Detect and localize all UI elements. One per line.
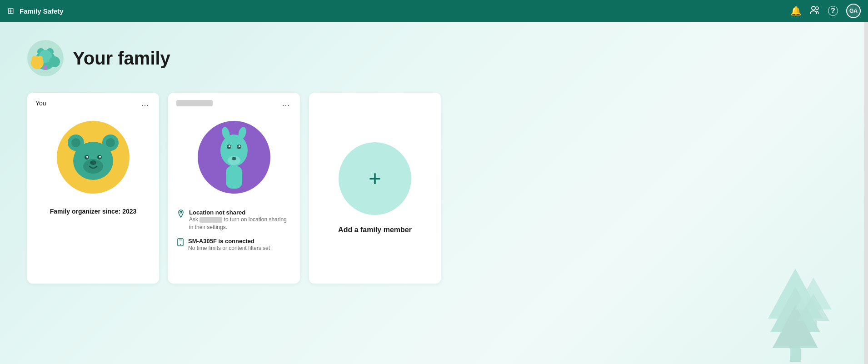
add-member-label: Add a family member [338, 226, 412, 234]
location-sub: Ask to turn on location sharing in their… [189, 216, 291, 231]
svg-point-13 [71, 138, 80, 147]
main-content: Your family You … [0, 22, 868, 302]
you-bear-avatar [57, 121, 130, 194]
you-card-more-button[interactable]: … [139, 99, 151, 107]
svg-point-0 [812, 6, 815, 10]
location-text-group: Location not shared Ask to turn on locat… [189, 209, 291, 231]
add-circle: + [339, 142, 411, 215]
location-title: Location not shared [189, 209, 291, 216]
member-name-blurred [176, 100, 213, 106]
svg-point-32 [180, 211, 182, 213]
add-member-card[interactable]: + Add a family member [309, 93, 441, 284]
device-sub: No time limits or content filters set [188, 244, 270, 252]
svg-point-29 [239, 145, 240, 147]
family-avatar [27, 40, 64, 76]
header-right: 🔔 ? GA [790, 4, 861, 18]
svg-point-19 [86, 156, 88, 158]
you-card-name: You [35, 100, 46, 107]
app-header: ⊞ Family Safety 🔔 ? GA [0, 0, 868, 22]
scrollbar[interactable] [864, 22, 868, 364]
svg-point-21 [90, 160, 96, 165]
page-title: Your family [73, 48, 170, 69]
svg-point-1 [816, 7, 818, 10]
page-header: Your family [27, 40, 841, 76]
you-card-info: Family organizer since: 2023 [27, 207, 159, 226]
bell-icon[interactable]: 🔔 [790, 5, 802, 16]
svg-rect-39 [790, 348, 801, 362]
cards-container: You … [27, 93, 841, 284]
you-card: You … [27, 93, 159, 284]
you-card-header: You … [27, 93, 159, 112]
device-icon [177, 238, 184, 248]
svg-point-7 [32, 56, 36, 60]
member-card-avatar-area [168, 112, 300, 207]
device-title: SM-A305F is connected [188, 238, 270, 244]
svg-rect-10 [44, 65, 47, 70]
people-icon[interactable] [810, 5, 820, 17]
app-title: Family Safety [20, 7, 64, 15]
device-detail-row: SM-A305F is connected No time limits or … [177, 238, 291, 252]
svg-point-9 [49, 56, 60, 67]
svg-point-30 [232, 157, 236, 160]
svg-point-28 [229, 145, 230, 147]
user-avatar[interactable]: GA [846, 4, 861, 18]
member-card: … [168, 93, 300, 284]
device-text-group: SM-A305F is connected No time limits or … [188, 238, 270, 252]
member-name-inline-blurred [200, 217, 222, 223]
svg-point-20 [99, 156, 101, 158]
location-icon [177, 209, 185, 219]
svg-point-8 [38, 56, 43, 60]
svg-point-34 [180, 244, 181, 245]
member-llama-avatar [198, 121, 270, 194]
member-card-more-button[interactable]: … [280, 99, 292, 107]
svg-rect-31 [226, 166, 242, 189]
you-organizer-text: Family organizer since: 2023 [50, 208, 137, 215]
member-card-header: … [168, 93, 300, 112]
grid-icon[interactable]: ⊞ [7, 6, 14, 16]
location-sub-prefix: Ask [189, 216, 198, 223]
you-card-avatar-area [27, 112, 159, 207]
location-detail-row: Location not shared Ask to turn on locat… [177, 209, 291, 231]
svg-point-14 [106, 138, 115, 147]
help-icon[interactable]: ? [828, 6, 838, 16]
add-plus-icon: + [369, 168, 381, 189]
svg-marker-38 [773, 305, 818, 348]
member-card-details: Location not shared Ask to turn on locat… [168, 207, 300, 267]
svg-rect-42 [810, 321, 817, 331]
